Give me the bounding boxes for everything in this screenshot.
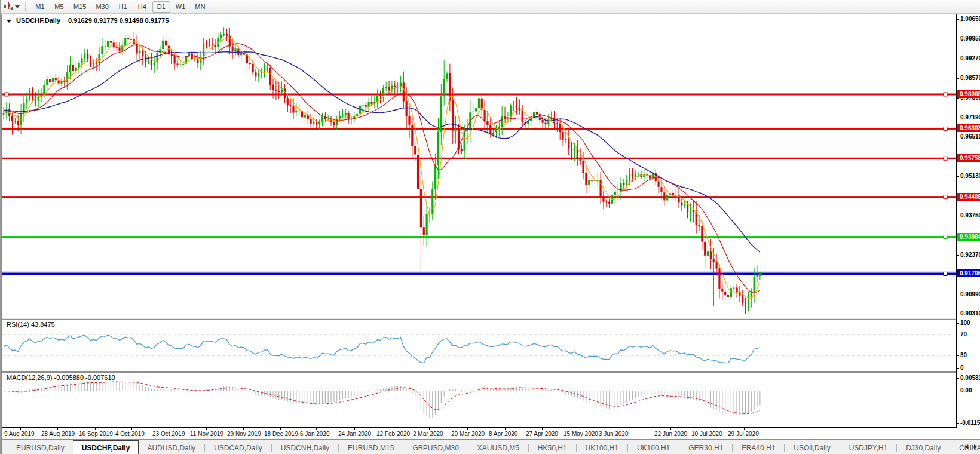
toolbar-grip-handle[interactable] bbox=[25, 2, 26, 11]
candle-body bbox=[455, 130, 457, 130]
candle-body bbox=[614, 192, 616, 195]
rsi-title: RSI(14) 43.8475 bbox=[7, 321, 55, 328]
candle-body bbox=[292, 106, 294, 113]
macd-panel[interactable]: MACD(12,26,9) -0.005880 -0.007610 bbox=[2, 373, 956, 428]
trading-platform-window: M1M5M15M30H1H4D1W1MN USDCHF,Daily 0.9162… bbox=[0, 0, 980, 454]
main-chart-panel[interactable]: USDCHF,Daily 0.91629 0.91779 0.91498 0.9… bbox=[2, 14, 956, 318]
ohlc-high: 0.91779 bbox=[94, 17, 118, 24]
candle-body bbox=[466, 130, 468, 131]
hline-handle[interactable] bbox=[944, 157, 947, 160]
candle-body bbox=[403, 82, 405, 101]
hline-handle[interactable] bbox=[944, 127, 947, 130]
candle-body bbox=[591, 180, 593, 181]
price-axis: 1.006500.999500.992700.985700.978900.971… bbox=[957, 14, 980, 439]
timeframe-button-d1[interactable]: D1 bbox=[152, 1, 170, 13]
hline-handle[interactable] bbox=[5, 93, 8, 96]
hline-0.95758[interactable] bbox=[2, 158, 956, 159]
hline-handle[interactable] bbox=[944, 235, 947, 239]
candle-body bbox=[264, 69, 265, 72]
tab-uk100-h1[interactable]: UK100,H1 bbox=[577, 441, 627, 454]
candle-body bbox=[81, 58, 82, 63]
timeframe-button-h4[interactable]: H4 bbox=[133, 1, 151, 13]
tab-scroll-left-icon[interactable] bbox=[965, 444, 968, 449]
hline-gray[interactable] bbox=[2, 271, 956, 271]
tab-scroll-right-icon[interactable] bbox=[974, 444, 977, 449]
candle-body bbox=[55, 78, 57, 80]
macd-axis-label: 0.005818 bbox=[960, 375, 980, 381]
candle-body bbox=[220, 35, 222, 38]
tab-usdcad-daily[interactable]: USDCAD,Daily bbox=[206, 441, 271, 454]
hline-0.96803[interactable] bbox=[2, 128, 956, 130]
candle-body bbox=[730, 288, 732, 297]
tab-audusd-daily[interactable]: AUDUSD,Daily bbox=[139, 441, 204, 454]
macd-axis-tick bbox=[957, 378, 959, 379]
tab-usdjpy-h1[interactable]: USDJPY,H1 bbox=[841, 441, 896, 454]
candle-body bbox=[388, 87, 390, 90]
timeframe-button-m1[interactable]: M1 bbox=[31, 1, 49, 13]
candle-body bbox=[127, 38, 129, 39]
candle-body bbox=[574, 148, 575, 151]
date-axis-tick bbox=[354, 428, 355, 430]
candle-body bbox=[333, 122, 335, 125]
date-axis-tick bbox=[744, 428, 745, 430]
tab-xauusd-m5[interactable]: XAUUSD,M5 bbox=[469, 441, 528, 454]
tab-usdchf-daily[interactable]: USDCHF,Daily bbox=[73, 440, 139, 454]
hline-0.98008[interactable] bbox=[2, 93, 956, 95]
tab-usdcnh-daily[interactable]: USDCNH,Daily bbox=[272, 441, 338, 454]
timeframe-button-m30[interactable]: M30 bbox=[91, 1, 112, 13]
macd-chart-canvas[interactable] bbox=[2, 373, 956, 428]
tab-fra40-h1[interactable]: FRA40,H1 bbox=[733, 441, 783, 454]
tab-dj30-daily[interactable]: DJ30,Daily bbox=[898, 441, 949, 454]
candlestick-chart-canvas[interactable] bbox=[2, 14, 956, 318]
candle-body bbox=[489, 125, 491, 134]
rsi-panel[interactable]: RSI(14) 43.8475 bbox=[2, 320, 956, 371]
date-label: 27 Apr 2020 bbox=[526, 431, 558, 437]
tab-usoil-daily[interactable]: USOil,Daily bbox=[785, 441, 838, 454]
candle-body bbox=[240, 53, 242, 56]
timeframe-button-w1[interactable]: W1 bbox=[172, 1, 190, 13]
tab-hk50-h1[interactable]: HK50,H1 bbox=[529, 441, 575, 454]
hline-0.94408[interactable] bbox=[2, 196, 956, 198]
hline-handle[interactable] bbox=[944, 93, 947, 96]
candle-body bbox=[698, 225, 700, 226]
candle-body bbox=[310, 119, 312, 124]
candle-body bbox=[495, 128, 497, 132]
date-axis-tick bbox=[467, 428, 468, 430]
candle-body bbox=[536, 112, 538, 115]
timeframe-button-m5[interactable]: M5 bbox=[50, 1, 68, 13]
date-axis-tick bbox=[206, 428, 207, 430]
candle-body bbox=[336, 119, 338, 125]
candle-body bbox=[635, 174, 636, 176]
candle-body bbox=[571, 149, 572, 151]
rsi-chart-canvas[interactable] bbox=[2, 320, 956, 371]
tab-gbpusd-m30[interactable]: GBPUSD,M30 bbox=[404, 441, 467, 454]
candle-body bbox=[394, 86, 396, 87]
moving-average-line bbox=[4, 52, 760, 252]
price-axis-label: 0.95130 bbox=[960, 173, 980, 179]
candle-body bbox=[148, 60, 149, 63]
hline-0.91705[interactable] bbox=[2, 272, 956, 275]
tab-eurusd-m15[interactable]: EURUSD,M15 bbox=[339, 441, 402, 454]
candle-body bbox=[29, 91, 30, 99]
moving-average-line bbox=[4, 38, 760, 298]
timeframe-button-h1[interactable]: H1 bbox=[114, 1, 132, 13]
price-axis-tick bbox=[957, 39, 959, 39]
chart-type-dropdown-icon[interactable] bbox=[15, 5, 20, 8]
timeframe-button-m15[interactable]: M15 bbox=[69, 1, 90, 13]
price-axis-label: 0.90990 bbox=[960, 291, 980, 297]
candle-body bbox=[478, 98, 480, 108]
candle-body bbox=[255, 72, 256, 76]
tab-ger30-h1[interactable]: GER30,H1 bbox=[680, 441, 731, 454]
tab-uk100-h1[interactable]: UK100,H1 bbox=[629, 441, 678, 454]
candle-body bbox=[565, 139, 566, 140]
timeframe-button-mn[interactable]: MN bbox=[191, 1, 209, 13]
tab-eurusd-daily[interactable]: EURUSD,Daily bbox=[8, 441, 73, 454]
candle-body bbox=[666, 195, 668, 201]
date-label: 12 Feb 2020 bbox=[376, 431, 410, 437]
hline-handle[interactable] bbox=[944, 195, 947, 199]
chart-window: USDCHF,Daily 0.91629 0.91779 0.91498 0.9… bbox=[1, 14, 980, 454]
hline-handle[interactable] bbox=[944, 272, 947, 275]
chart-type-icon[interactable] bbox=[3, 2, 14, 11]
hline-0.93004[interactable] bbox=[2, 236, 956, 238]
chart-dropdown-icon[interactable] bbox=[7, 20, 11, 23]
